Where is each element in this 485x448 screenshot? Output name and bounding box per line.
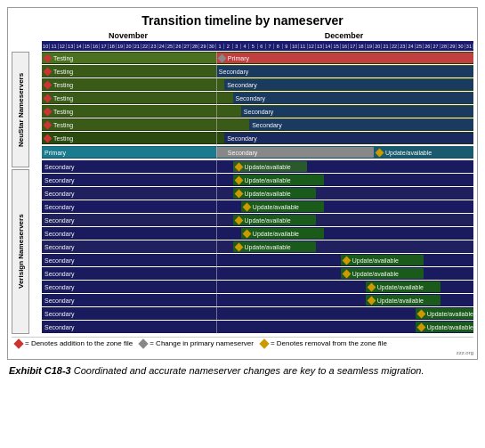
gantt-row: SecondaryUpdate/available (42, 174, 473, 186)
legend-item-gold: = Denotes removal from the zone file (261, 339, 387, 347)
caption-text: Coordinated and accurate nameserver chan… (74, 365, 424, 376)
month-labels: November December (42, 31, 473, 40)
gantt-row: TestingPrimary (42, 52, 473, 64)
gantt-row: TestingSecondary (42, 118, 473, 131)
legend-gold-icon (259, 338, 269, 348)
gantt-row: TestingSecondary (42, 92, 473, 104)
gantt-row: SecondaryUpdate/available (42, 294, 473, 306)
chart-container: Transition timeline by nameserver Novemb… (7, 7, 478, 360)
gantt-row: SecondaryUpdate/available (42, 267, 473, 280)
caption-label: Exhibit C18-3 (9, 365, 71, 376)
chart-title: Transition timeline by nameserver (12, 13, 473, 28)
gantt-row: SecondaryUpdate/available (42, 307, 473, 320)
legend: = Denotes addition to the zone file = Ch… (12, 337, 473, 349)
legend-red-text: = Denotes addition to the zone file (25, 339, 133, 347)
gantt-row: SecondaryUpdate/available (42, 281, 473, 293)
legend-gray-text: = Change in primary nameserver (150, 339, 254, 347)
source-label: zzz.org (12, 350, 473, 355)
gantt-row: TestingSecondary (42, 105, 473, 118)
legend-gray-icon (139, 338, 149, 348)
gantt-row: SecondaryUpdate/available (42, 187, 473, 200)
section-labels: NeuStar Nameservers Verisign Nameservers (12, 52, 29, 334)
month-december: December (214, 31, 473, 40)
gantt-row: TestingSecondary (42, 132, 473, 144)
neustar-label: NeuStar Nameservers (12, 52, 29, 167)
gantt-row: SecondaryUpdate/available (42, 254, 473, 266)
legend-red-icon (13, 338, 23, 348)
caption: Exhibit C18-3 Coordinated and accurate n… (7, 365, 478, 376)
date-header: November December 1011121314151617181920… (42, 31, 473, 51)
gantt-area: TestingPrimaryTestingSecondaryTestingSec… (42, 52, 473, 334)
legend-item-red: = Denotes addition to the zone file (15, 339, 133, 347)
header-area: November December 1011121314151617181920… (12, 31, 473, 51)
date-row: 1011121314151617181920212223242526272829… (42, 41, 473, 51)
gantt-row: SecondaryUpdate/available (42, 160, 473, 173)
gantt-row: TestingSecondary (42, 78, 473, 91)
row-numbers (29, 52, 42, 334)
chart-body: NeuStar Nameservers Verisign Nameservers… (12, 52, 473, 334)
legend-item-gray: = Change in primary nameserver (140, 339, 254, 347)
legend-gold-text: = Denotes removal from the zone file (271, 339, 387, 347)
gantt-row: SecondaryUpdate/available (42, 240, 473, 253)
gantt-row: PrimarySecondaryUpdate/available (42, 146, 473, 159)
verisign-label: Verisign Nameservers (12, 169, 29, 334)
gantt-row: SecondaryUpdate/available (42, 321, 473, 333)
month-november: November (42, 31, 214, 40)
gantt-row: SecondaryUpdate/available (42, 227, 473, 240)
gantt-row: TestingSecondary (42, 65, 473, 77)
gantt-row: SecondaryUpdate/available (42, 214, 473, 226)
gantt-row: SecondaryUpdate/available (42, 200, 473, 213)
